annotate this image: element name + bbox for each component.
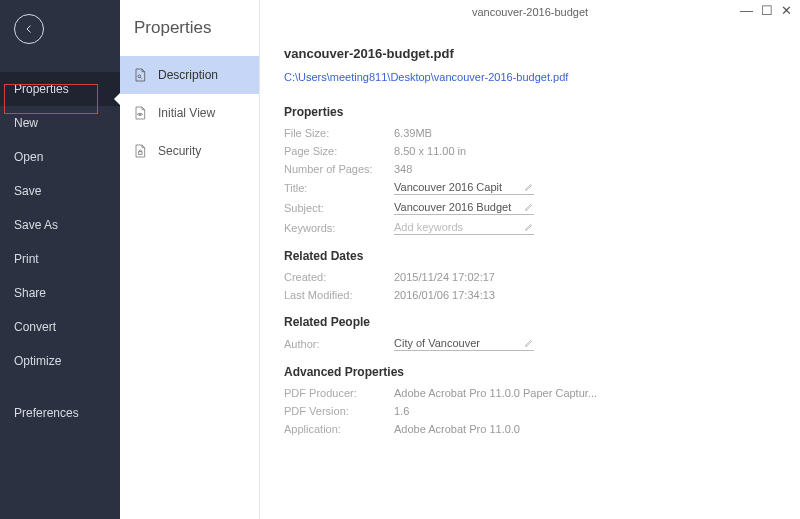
tab-initial-view[interactable]: Initial View — [120, 94, 259, 132]
producer-value: Adobe Acrobat Pro 11.0.0 Paper Captur... — [394, 387, 597, 399]
sidebar-item-open[interactable]: Open — [0, 140, 120, 174]
sidebar-item-save[interactable]: Save — [0, 174, 120, 208]
pointer-icon — [114, 93, 120, 105]
pages-value: 348 — [394, 163, 412, 175]
tab-security[interactable]: Security — [120, 132, 259, 170]
maximize-button[interactable]: ☐ — [761, 4, 773, 17]
document-lock-icon — [132, 142, 148, 160]
page-size-value: 8.50 x 11.00 in — [394, 145, 466, 157]
section-properties-heading: Properties — [284, 105, 776, 119]
document-filename: vancouver-2016-budget.pdf — [284, 46, 776, 61]
pencil-icon — [524, 182, 534, 192]
pencil-icon — [524, 222, 534, 232]
pencil-icon — [524, 338, 534, 348]
minimize-button[interactable]: — — [740, 4, 753, 17]
section-people-heading: Related People — [284, 315, 776, 329]
document-icon — [132, 66, 148, 84]
svg-point-0 — [138, 75, 141, 78]
tab-label: Security — [158, 144, 201, 158]
svg-rect-2 — [139, 152, 142, 155]
author-field[interactable]: City of Vancouver — [394, 337, 534, 351]
sidebar-item-optimize[interactable]: Optimize — [0, 344, 120, 378]
modified-value: 2016/01/06 17:34:13 — [394, 289, 495, 301]
version-value: 1.6 — [394, 405, 409, 417]
sidebar-item-convert[interactable]: Convert — [0, 310, 120, 344]
pages-label: Number of Pages: — [284, 163, 394, 175]
svg-point-1 — [139, 114, 140, 115]
sidebar-item-print[interactable]: Print — [0, 242, 120, 276]
author-value: City of Vancouver — [394, 337, 518, 349]
document-path-link[interactable]: C:\Users\meeting811\Desktop\vancouver-20… — [284, 71, 776, 83]
titlebar: vancouver-2016-budget — ☐ ✕ — [260, 0, 800, 28]
section-dates-heading: Related Dates — [284, 249, 776, 263]
tab-description[interactable]: Description — [120, 56, 259, 94]
title-field[interactable]: Vancouver 2016 Capit — [394, 181, 534, 195]
pencil-icon — [524, 202, 534, 212]
keywords-field[interactable]: Add keywords — [394, 221, 534, 235]
application-label: Application: — [284, 423, 394, 435]
version-label: PDF Version: — [284, 405, 394, 417]
sidebar-item-preferences[interactable]: Preferences — [0, 396, 120, 430]
subject-field[interactable]: Vancouver 2016 Budget — [394, 201, 534, 215]
file-sidebar: Properties New Open Save Save As Print S… — [0, 0, 120, 519]
modified-label: Last Modified: — [284, 289, 394, 301]
producer-label: PDF Producer: — [284, 387, 394, 399]
page-size-label: Page Size: — [284, 145, 394, 157]
title-label: Title: — [284, 182, 394, 194]
panel-title: Properties — [120, 18, 259, 56]
subject-value: Vancouver 2016 Budget — [394, 201, 518, 213]
sidebar-item-share[interactable]: Share — [0, 276, 120, 310]
subject-label: Subject: — [284, 202, 394, 214]
close-button[interactable]: ✕ — [781, 4, 792, 17]
file-size-value: 6.39MB — [394, 127, 432, 139]
file-size-label: File Size: — [284, 127, 394, 139]
created-label: Created: — [284, 271, 394, 283]
title-value: Vancouver 2016 Capit — [394, 181, 518, 193]
sidebar-item-save-as[interactable]: Save As — [0, 208, 120, 242]
window-title: vancouver-2016-budget — [472, 6, 588, 18]
main-content: vancouver-2016-budget — ☐ ✕ vancouver-20… — [260, 0, 800, 519]
author-label: Author: — [284, 338, 394, 350]
tab-label: Initial View — [158, 106, 215, 120]
keywords-label: Keywords: — [284, 222, 394, 234]
app-window: Properties New Open Save Save As Print S… — [0, 0, 800, 519]
section-advanced-heading: Advanced Properties — [284, 365, 776, 379]
keywords-placeholder: Add keywords — [394, 221, 518, 233]
document-eye-icon — [132, 104, 148, 122]
back-button[interactable] — [14, 14, 44, 44]
chevron-left-icon — [23, 23, 35, 35]
created-value: 2015/11/24 17:02:17 — [394, 271, 495, 283]
sidebar-item-properties[interactable]: Properties — [0, 72, 120, 106]
application-value: Adobe Acrobat Pro 11.0.0 — [394, 423, 520, 435]
sidebar-item-new[interactable]: New — [0, 106, 120, 140]
properties-tabs-panel: Properties Description Initial View Secu… — [120, 0, 260, 519]
tab-label: Description — [158, 68, 218, 82]
